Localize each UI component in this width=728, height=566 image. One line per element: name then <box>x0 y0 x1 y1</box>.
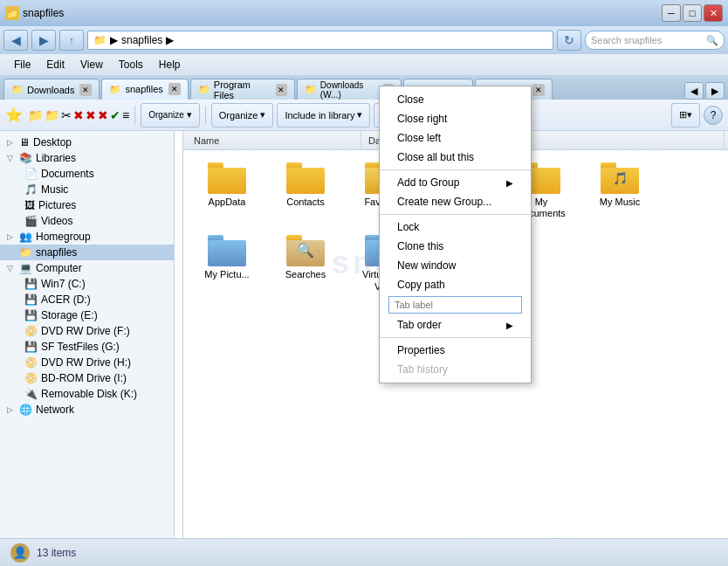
ctx-new-window[interactable]: New window <box>380 256 531 275</box>
help-button[interactable]: ? <box>704 106 723 125</box>
menu-edit[interactable]: Edit <box>39 57 72 72</box>
nav-item-removable[interactable]: 🔌 Removable Disk (K:) <box>0 386 174 402</box>
tab-close-snapfiles[interactable]: ✕ <box>168 83 181 95</box>
tab-icon: 📁 <box>11 84 24 95</box>
nav-item-computer[interactable]: ▽ 💻 Computer <box>0 260 174 276</box>
folder-icon: 📁 <box>93 34 106 46</box>
forward-button[interactable]: ▶ <box>31 30 56 51</box>
nav-item-snapfiles[interactable]: 📁 snapfiles <box>0 245 174 260</box>
ctx-tab-order[interactable]: Tab order ▶ <box>380 315 531 335</box>
ctx-tab-label-input[interactable] <box>388 296 522 314</box>
expand-icon: ▷ <box>7 232 16 241</box>
nav-item-dvd-h[interactable]: 📀 DVD RW Drive (H:) <box>0 355 174 370</box>
nav-item-pictures[interactable]: 🖼 Pictures <box>0 197 174 213</box>
refresh-button[interactable]: ↻ <box>557 30 581 51</box>
nav-label-win7: Win7 (C:) <box>41 278 86 290</box>
tab-snapfiles[interactable]: 📁 snapfiles ✕ <box>101 79 188 100</box>
file-item-appdata[interactable]: AppData <box>192 159 262 223</box>
address-bar: ◀ ▶ ↑ 📁 ▶ snapfiles ▶ ↻ Search snapfiles… <box>0 26 728 54</box>
ctx-tab-order-arrow: ▶ <box>506 321 513 330</box>
close-button[interactable]: ✕ <box>704 4 723 22</box>
ctx-clone[interactable]: Clone this <box>380 237 531 256</box>
title-bar-left: 📁 snapfiles <box>5 6 64 20</box>
ctx-add-to-group[interactable]: Add to Group ▶ <box>380 173 531 192</box>
tab-close-programfiles[interactable]: ✕ <box>276 84 287 96</box>
tab-programfiles[interactable]: 📁 Program Files ✕ <box>190 79 295 100</box>
nav-label-desktop: Desktop <box>33 136 72 148</box>
tab-label: snapfiles <box>125 84 162 94</box>
toolbar-separator-2 <box>205 106 206 125</box>
menu-help[interactable]: Help <box>152 57 188 72</box>
ctx-create-group[interactable]: Create new Group... <box>380 192 531 211</box>
title-bar: 📁 snapfiles ─ □ ✕ <box>0 0 728 26</box>
toolbar-delete-icon: ✖ <box>73 108 84 122</box>
nav-label-sf: SF TestFiles (G:) <box>41 341 120 353</box>
address-path[interactable]: 📁 ▶ snapfiles ▶ <box>87 31 553 50</box>
nav-item-libraries[interactable]: ▽ 📚 Libraries <box>0 150 174 166</box>
library-dropdown-icon: ▾ <box>357 109 362 121</box>
status-text: 13 items <box>37 547 76 559</box>
toolbar-check-icon: ✔ <box>110 108 120 122</box>
nav-label-homegroup: Homegroup <box>36 231 91 243</box>
tab-nav-right[interactable]: ▶ <box>705 82 725 100</box>
nav-item-music[interactable]: 🎵 Music <box>0 182 174 197</box>
search-button[interactable]: Organize ▾ <box>141 103 200 128</box>
nav-item-homegroup[interactable]: ▷ 👥 Homegroup <box>0 229 174 245</box>
ctx-copy-path[interactable]: Copy path <box>380 275 531 294</box>
nav-label-music: Music <box>41 183 68 196</box>
organize-button[interactable]: Organize ▾ <box>211 103 274 128</box>
ctx-close-all-but[interactable]: Close all but this <box>380 148 531 167</box>
tab-close-videos[interactable]: ✕ <box>532 84 545 96</box>
file-item-mypictures[interactable]: My Pictu... <box>192 231 262 295</box>
nav-item-acer[interactable]: 💾 ACER (D:) <box>0 292 174 307</box>
expand-icon: ▷ <box>7 138 16 147</box>
nav-item-win7[interactable]: 💾 Win7 (C:) <box>0 276 174 292</box>
removable-icon: 🔌 <box>24 388 38 400</box>
up-button[interactable]: ↑ <box>59 30 84 51</box>
nav-item-sf[interactable]: 💾 SF TestFiles (G:) <box>0 339 174 355</box>
toolbar-delete3-icon: ✖ <box>98 108 108 122</box>
ctx-properties[interactable]: Properties <box>380 341 531 360</box>
nav-item-desktop[interactable]: ▷ 🖥 Desktop <box>0 135 174 150</box>
address-segment: ▶ <box>110 34 118 46</box>
window-icon: 📁 <box>5 6 19 20</box>
nav-item-bd[interactable]: 📀 BD-ROM Drive (I:) <box>0 370 174 386</box>
minimize-button[interactable]: ─ <box>662 4 681 22</box>
ctx-tab-history: Tab history <box>380 360 531 379</box>
file-item-contacts[interactable]: Contacts <box>271 159 340 223</box>
expand-icon: ▽ <box>7 154 16 162</box>
nav-item-storage[interactable]: 💾 Storage (E:) <box>0 307 174 323</box>
help-icon: ? <box>711 109 717 121</box>
maximize-button[interactable]: □ <box>683 4 702 22</box>
nav-label-dvd-h: DVD RW Drive (H:) <box>41 356 131 369</box>
views-button[interactable]: ⊞▾ <box>671 103 700 128</box>
file-item-mymusic[interactable]: 🎵 My Music <box>585 159 655 223</box>
tab-nav-left[interactable]: ◀ <box>684 82 704 100</box>
library-label: Include in library <box>285 110 354 121</box>
tab-bar: 📁 Downloads ✕ 📁 snapfiles ✕ 📁 Program Fi… <box>0 75 728 100</box>
nav-label-removable: Removable Disk (K:) <box>41 388 137 400</box>
ctx-close-left[interactable]: Close left <box>380 128 531 148</box>
back-button[interactable]: ◀ <box>3 30 28 51</box>
search-icon: 🔍 <box>706 35 718 46</box>
tab-close-downloads[interactable]: ✕ <box>79 84 92 96</box>
menu-view[interactable]: View <box>73 57 110 72</box>
nav-item-videos[interactable]: 🎬 Videos <box>0 213 174 229</box>
tab-downloads[interactable]: 📁 Downloads ✕ <box>3 79 100 100</box>
ctx-close[interactable]: Close <box>380 90 531 109</box>
library-button[interactable]: Include in library ▾ <box>277 103 370 128</box>
menu-file[interactable]: File <box>7 57 38 72</box>
pictures-icon: 🖼 <box>24 199 35 211</box>
nav-item-documents[interactable]: 📄 Documents <box>0 166 174 182</box>
computer-icon: 💻 <box>19 262 32 274</box>
search-box[interactable]: Search snapfiles 🔍 <box>585 31 725 50</box>
nav-item-network[interactable]: ▷ 🌐 Network <box>0 402 174 418</box>
col-header-name[interactable]: Name <box>187 131 361 149</box>
menu-tools[interactable]: Tools <box>112 57 150 72</box>
ctx-arrow-icon: ▶ <box>506 178 513 188</box>
file-item-searches[interactable]: 🔍 Searches <box>271 231 340 295</box>
address-text: snapfiles <box>121 34 162 46</box>
ctx-close-right[interactable]: Close right <box>380 109 531 128</box>
ctx-lock[interactable]: Lock <box>380 217 531 237</box>
nav-item-dvd-f[interactable]: 📀 DVD RW Drive (F:) <box>0 323 174 339</box>
